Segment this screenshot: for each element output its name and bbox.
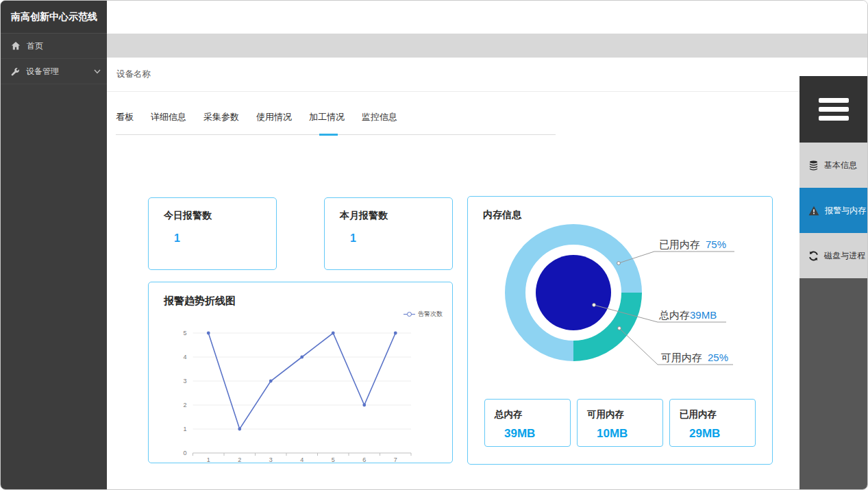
rail-menu-button[interactable] [799,76,867,143]
svg-text:3: 3 [269,456,273,463]
rail-spacer [799,58,867,76]
svg-text:总内存39MB: 总内存39MB [658,309,717,321]
card-value: 1 [174,232,276,245]
wrench-icon [11,67,20,76]
svg-text:4: 4 [183,354,186,360]
svg-text:已用内存75%: 已用内存75% [659,238,726,250]
sidebar-item-device-management[interactable]: 设备管理 [1,59,107,84]
rail-item-label: 基本信息 [824,160,857,171]
refresh-icon [808,251,819,261]
tab-usage[interactable]: 使用情况 [256,111,292,123]
svg-text:0: 0 [183,450,186,456]
sidebar-item-label: 设备管理 [26,66,59,77]
tab-processing[interactable]: 加工情况 [309,111,345,123]
alarm-trend-panel: 报警趋势折线图 告警次数 0123451234567 [148,282,453,463]
app-title: 南高创新中心示范线 [1,1,107,34]
tab-bar: 看板 详细信息 采集参数 使用情况 加工情况 监控信息 [116,111,556,135]
tab-collection-params[interactable]: 采集参数 [203,111,239,123]
rail-item-label: 磁盘与进程 [824,250,865,262]
tab-detail-info[interactable]: 详细信息 [151,111,186,123]
tab-kanban[interactable]: 看板 [116,111,134,123]
rail-item-label: 报警与内存 [825,205,866,217]
today-alarm-card: 今日报警数 1 [148,197,277,270]
stat-free-memory: 可用内存 10MB [577,399,663,447]
tab-monitoring-active[interactable]: 监控信息 [362,111,397,123]
svg-text:6: 6 [362,456,366,463]
callout-used-memory: 已用内存75% [617,238,734,265]
card-title: 本月报警数 [340,210,452,222]
svg-text:5: 5 [183,330,186,336]
database-icon [808,160,819,171]
svg-text:3: 3 [183,378,186,384]
stat-title: 已用内存 [680,408,755,421]
rail-footer-area [799,278,867,489]
active-tab-indicator [319,134,338,136]
top-gray-band [107,34,867,58]
app-window: 南高创新中心示范线 首页 设备管理 设备名称 看板 详细信息 采集参数 [0,0,868,490]
sidebar-item-label: 首页 [27,40,43,52]
svg-text:1: 1 [183,426,186,432]
svg-text:5: 5 [332,456,335,463]
stat-value: 39MB [504,427,570,441]
stat-value: 10MB [597,427,662,441]
callout-free-memory: 可用内存25% [618,327,733,365]
svg-text:可用内存25%: 可用内存25% [661,352,728,363]
stat-value: 29MB [689,427,755,441]
sidebar-item-home[interactable]: 首页 [1,34,107,59]
rail-item-basic-info[interactable]: 基本信息 [799,143,867,188]
memory-info-panel: 内存信息 已用内存75% 总内存39MB [467,196,773,465]
callout-total-memory: 总内存39MB [593,304,726,322]
line-chart-svg: 0123451234567 [149,282,452,463]
main-content: 设备名称 看板 详细信息 采集参数 使用情况 加工情况 监控信息 今日报警数 1… [107,58,801,489]
device-name-label: 设备名称 [116,69,151,80]
stat-total-memory: 总内存 39MB [484,399,571,447]
stat-used-memory: 已用内存 29MB [669,399,756,447]
chevron-down-icon [94,69,101,74]
stat-title: 总内存 [495,408,570,421]
rail-item-disk-process[interactable]: 磁盘与进程 [799,233,867,278]
month-alarm-card: 本月报警数 1 [324,197,453,270]
warning-icon [808,206,819,216]
right-rail: 基本信息 报警与内存 磁盘与进程 [799,58,867,489]
card-title: 今日报警数 [164,210,276,222]
svg-text:2: 2 [183,402,186,408]
svg-text:2: 2 [238,456,241,463]
svg-text:7: 7 [394,456,397,463]
hamburger-icon [819,98,849,103]
rail-item-alarm-memory[interactable]: 报警与内存 [799,188,867,233]
top-white-band [107,1,867,34]
stat-title: 可用内存 [587,408,662,421]
device-name-header: 设备名称 [107,58,801,92]
home-icon [11,41,21,51]
donut-slices [515,234,632,351]
left-sidebar: 南高创新中心示范线 首页 设备管理 [1,1,107,489]
card-value: 1 [350,232,452,245]
svg-text:4: 4 [300,456,303,463]
svg-text:1: 1 [207,456,210,463]
